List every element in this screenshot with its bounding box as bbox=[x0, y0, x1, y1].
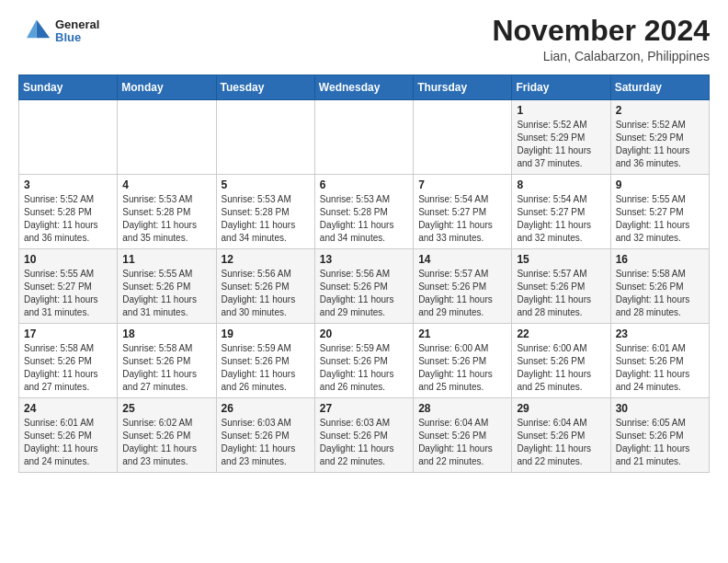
calendar-cell: 21Sunrise: 6:00 AM Sunset: 5:26 PM Dayli… bbox=[414, 324, 512, 398]
calendar-cell: 23Sunrise: 6:01 AM Sunset: 5:26 PM Dayli… bbox=[610, 324, 709, 398]
calendar-cell: 11Sunrise: 5:55 AM Sunset: 5:26 PM Dayli… bbox=[118, 249, 216, 324]
col-thursday: Thursday bbox=[414, 75, 512, 100]
calendar-cell bbox=[314, 100, 413, 175]
calendar-cell: 19Sunrise: 5:59 AM Sunset: 5:26 PM Dayli… bbox=[216, 324, 314, 398]
logo-general: General bbox=[55, 18, 99, 31]
day-info: Sunrise: 5:55 AM Sunset: 5:26 PM Dayligh… bbox=[122, 268, 210, 319]
day-info: Sunrise: 5:53 AM Sunset: 5:28 PM Dayligh… bbox=[320, 193, 408, 245]
day-number: 1 bbox=[517, 104, 605, 117]
calendar-cell bbox=[118, 100, 216, 175]
col-saturday: Saturday bbox=[610, 75, 709, 100]
calendar-cell: 22Sunrise: 6:00 AM Sunset: 5:26 PM Dayli… bbox=[512, 324, 610, 398]
col-friday: Friday bbox=[512, 75, 610, 100]
day-info: Sunrise: 6:04 AM Sunset: 5:26 PM Dayligh… bbox=[517, 417, 605, 468]
day-info: Sunrise: 5:52 AM Sunset: 5:29 PM Dayligh… bbox=[517, 119, 605, 170]
day-number: 12 bbox=[222, 253, 310, 266]
calendar-table: Sunday Monday Tuesday Wednesday Thursday… bbox=[18, 75, 710, 473]
calendar-cell bbox=[216, 100, 314, 175]
day-info: Sunrise: 6:02 AM Sunset: 5:26 PM Dayligh… bbox=[122, 417, 210, 468]
calendar-cell: 7Sunrise: 5:54 AM Sunset: 5:27 PM Daylig… bbox=[414, 175, 512, 249]
col-sunday: Sunday bbox=[19, 75, 118, 100]
day-info: Sunrise: 5:56 AM Sunset: 5:26 PM Dayligh… bbox=[222, 268, 310, 319]
day-number: 8 bbox=[517, 178, 605, 191]
header: General Blue November 2024 Lian, Calabar… bbox=[18, 15, 710, 63]
calendar-row-1: 3Sunrise: 5:52 AM Sunset: 5:28 PM Daylig… bbox=[19, 175, 710, 249]
page: General Blue November 2024 Lian, Calabar… bbox=[0, 0, 728, 488]
calendar-cell: 25Sunrise: 6:02 AM Sunset: 5:26 PM Dayli… bbox=[118, 398, 216, 473]
day-number: 20 bbox=[320, 327, 408, 340]
calendar-cell: 20Sunrise: 5:59 AM Sunset: 5:26 PM Dayli… bbox=[314, 324, 413, 398]
calendar-cell: 14Sunrise: 5:57 AM Sunset: 5:26 PM Dayli… bbox=[414, 249, 512, 324]
day-number: 3 bbox=[24, 178, 112, 191]
day-number: 25 bbox=[122, 402, 210, 415]
day-info: Sunrise: 6:04 AM Sunset: 5:26 PM Dayligh… bbox=[418, 417, 506, 468]
day-info: Sunrise: 6:01 AM Sunset: 5:26 PM Dayligh… bbox=[616, 342, 704, 394]
day-number: 2 bbox=[616, 104, 704, 117]
day-info: Sunrise: 5:57 AM Sunset: 5:26 PM Dayligh… bbox=[517, 268, 605, 319]
day-number: 24 bbox=[24, 402, 112, 415]
day-number: 26 bbox=[222, 402, 310, 415]
logo-icon bbox=[18, 15, 51, 48]
day-number: 7 bbox=[418, 178, 506, 191]
day-number: 6 bbox=[320, 178, 408, 191]
calendar-cell: 6Sunrise: 5:53 AM Sunset: 5:28 PM Daylig… bbox=[314, 175, 413, 249]
month-title: November 2024 bbox=[492, 15, 710, 47]
day-info: Sunrise: 5:54 AM Sunset: 5:27 PM Dayligh… bbox=[418, 193, 506, 245]
calendar-cell: 5Sunrise: 5:53 AM Sunset: 5:28 PM Daylig… bbox=[216, 175, 314, 249]
calendar-cell: 12Sunrise: 5:56 AM Sunset: 5:26 PM Dayli… bbox=[216, 249, 314, 324]
day-number: 4 bbox=[122, 178, 210, 191]
calendar-cell: 24Sunrise: 6:01 AM Sunset: 5:26 PM Dayli… bbox=[19, 398, 118, 473]
col-tuesday: Tuesday bbox=[216, 75, 314, 100]
day-info: Sunrise: 5:59 AM Sunset: 5:26 PM Dayligh… bbox=[320, 342, 408, 394]
calendar-cell: 27Sunrise: 6:03 AM Sunset: 5:26 PM Dayli… bbox=[314, 398, 413, 473]
calendar-row-4: 24Sunrise: 6:01 AM Sunset: 5:26 PM Dayli… bbox=[19, 398, 710, 473]
day-info: Sunrise: 6:00 AM Sunset: 5:26 PM Dayligh… bbox=[517, 342, 605, 394]
col-wednesday: Wednesday bbox=[314, 75, 413, 100]
day-number: 19 bbox=[222, 327, 310, 340]
calendar-cell: 8Sunrise: 5:54 AM Sunset: 5:27 PM Daylig… bbox=[512, 175, 610, 249]
day-info: Sunrise: 6:03 AM Sunset: 5:26 PM Dayligh… bbox=[222, 417, 310, 468]
day-number: 16 bbox=[616, 253, 704, 266]
calendar-row-2: 10Sunrise: 5:55 AM Sunset: 5:27 PM Dayli… bbox=[19, 249, 710, 324]
calendar-cell: 16Sunrise: 5:58 AM Sunset: 5:26 PM Dayli… bbox=[610, 249, 709, 324]
logo-blue: Blue bbox=[55, 31, 99, 44]
day-info: Sunrise: 6:00 AM Sunset: 5:26 PM Dayligh… bbox=[418, 342, 506, 394]
day-info: Sunrise: 5:58 AM Sunset: 5:26 PM Dayligh… bbox=[24, 342, 112, 394]
calendar-cell: 4Sunrise: 5:53 AM Sunset: 5:28 PM Daylig… bbox=[118, 175, 216, 249]
day-number: 21 bbox=[418, 327, 506, 340]
col-monday: Monday bbox=[118, 75, 216, 100]
calendar-cell: 10Sunrise: 5:55 AM Sunset: 5:27 PM Dayli… bbox=[19, 249, 118, 324]
day-info: Sunrise: 5:53 AM Sunset: 5:28 PM Dayligh… bbox=[122, 193, 210, 245]
day-number: 5 bbox=[222, 178, 310, 191]
day-number: 28 bbox=[418, 402, 506, 415]
day-info: Sunrise: 6:05 AM Sunset: 5:26 PM Dayligh… bbox=[616, 417, 704, 468]
calendar-cell: 13Sunrise: 5:56 AM Sunset: 5:26 PM Dayli… bbox=[314, 249, 413, 324]
calendar-cell bbox=[414, 100, 512, 175]
calendar-cell: 3Sunrise: 5:52 AM Sunset: 5:28 PM Daylig… bbox=[19, 175, 118, 249]
calendar-cell: 28Sunrise: 6:04 AM Sunset: 5:26 PM Dayli… bbox=[414, 398, 512, 473]
calendar-row-0: 1Sunrise: 5:52 AM Sunset: 5:29 PM Daylig… bbox=[19, 100, 710, 175]
day-info: Sunrise: 5:57 AM Sunset: 5:26 PM Dayligh… bbox=[418, 268, 506, 319]
day-info: Sunrise: 5:56 AM Sunset: 5:26 PM Dayligh… bbox=[320, 268, 408, 319]
day-info: Sunrise: 5:58 AM Sunset: 5:26 PM Dayligh… bbox=[122, 342, 210, 394]
calendar-cell: 18Sunrise: 5:58 AM Sunset: 5:26 PM Dayli… bbox=[118, 324, 216, 398]
day-info: Sunrise: 6:03 AM Sunset: 5:26 PM Dayligh… bbox=[320, 417, 408, 468]
day-info: Sunrise: 5:58 AM Sunset: 5:26 PM Dayligh… bbox=[616, 268, 704, 319]
logo-text: General Blue bbox=[55, 18, 99, 45]
day-info: Sunrise: 5:53 AM Sunset: 5:28 PM Dayligh… bbox=[222, 193, 310, 245]
title-block: November 2024 Lian, Calabarzon, Philippi… bbox=[492, 15, 710, 63]
day-number: 14 bbox=[418, 253, 506, 266]
logo: General Blue bbox=[18, 15, 99, 48]
calendar-cell: 2Sunrise: 5:52 AM Sunset: 5:29 PM Daylig… bbox=[610, 100, 709, 175]
day-number: 22 bbox=[517, 327, 605, 340]
calendar-cell: 30Sunrise: 6:05 AM Sunset: 5:26 PM Dayli… bbox=[610, 398, 709, 473]
calendar-cell: 15Sunrise: 5:57 AM Sunset: 5:26 PM Dayli… bbox=[512, 249, 610, 324]
day-number: 10 bbox=[24, 253, 112, 266]
day-info: Sunrise: 5:52 AM Sunset: 5:29 PM Dayligh… bbox=[616, 119, 704, 170]
day-info: Sunrise: 5:52 AM Sunset: 5:28 PM Dayligh… bbox=[24, 193, 112, 245]
day-info: Sunrise: 5:55 AM Sunset: 5:27 PM Dayligh… bbox=[24, 268, 112, 319]
calendar-cell: 26Sunrise: 6:03 AM Sunset: 5:26 PM Dayli… bbox=[216, 398, 314, 473]
calendar-cell: 1Sunrise: 5:52 AM Sunset: 5:29 PM Daylig… bbox=[512, 100, 610, 175]
calendar-cell: 29Sunrise: 6:04 AM Sunset: 5:26 PM Dayli… bbox=[512, 398, 610, 473]
day-info: Sunrise: 5:55 AM Sunset: 5:27 PM Dayligh… bbox=[616, 193, 704, 245]
